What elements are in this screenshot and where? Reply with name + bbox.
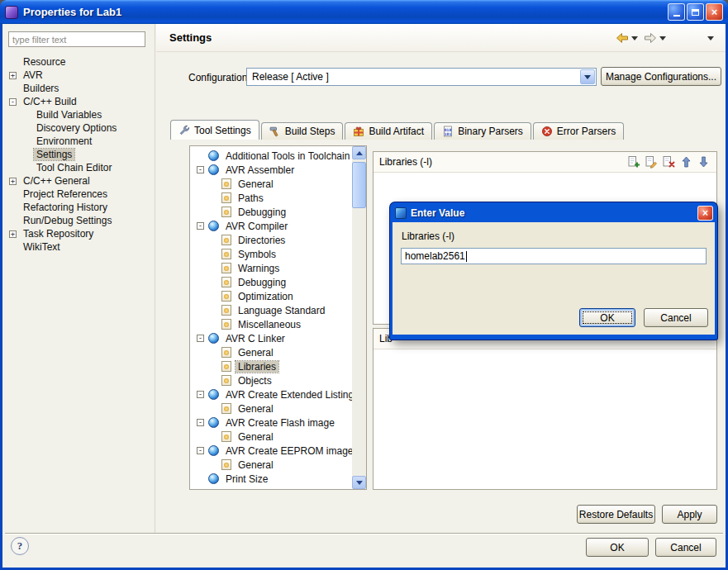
minimize-button[interactable]	[668, 3, 685, 21]
move-down-icon[interactable]	[696, 155, 711, 169]
settings-tabs: Tool SettingsBuild StepsBuild Artifact01…	[170, 120, 626, 140]
nav-item-wikitext[interactable]: WikiText	[6, 240, 155, 254]
scrollbar-thumb[interactable]	[352, 162, 366, 208]
tab-binary-parsers[interactable]: 010101Binary Parsers	[434, 122, 531, 140]
nav-item-c-c-build[interactable]: -C/C++ Build	[6, 95, 155, 108]
scrollbar[interactable]	[352, 146, 366, 489]
tool-item-additional-tools-in-toolchain[interactable]: Additional Tools in Toolchain	[193, 149, 352, 163]
settings-page-icon	[221, 319, 231, 330]
settings-page-icon	[221, 192, 231, 203]
dialog-ok-button[interactable]: OK	[579, 308, 635, 327]
tool-item-avr-create-eeprom-image[interactable]: -AVR Create EEPROM image	[193, 444, 352, 458]
scroll-up-icon[interactable]	[352, 146, 366, 159]
chevron-down-icon[interactable]	[580, 69, 595, 84]
tab-build-artifact[interactable]: Build Artifact	[345, 122, 432, 140]
dialog-titlebar[interactable]: Enter Value ×	[393, 202, 715, 222]
tool-item-paths[interactable]: Paths	[193, 191, 352, 205]
libraries-toolbar	[626, 155, 711, 169]
delete-icon[interactable]	[661, 155, 676, 169]
tree-item-label: General	[236, 347, 276, 359]
tree-item-label: General	[236, 431, 276, 443]
tool-item-debugging[interactable]: Debugging	[193, 275, 352, 289]
tree-expander-icon[interactable]: -	[197, 222, 204, 230]
nav-item-refactoring-history[interactable]: Refactoring History	[6, 201, 155, 214]
nav-item-tool-chain-editor[interactable]: Tool Chain Editor	[6, 161, 155, 174]
tree-item-label: AVR Compiler	[223, 221, 290, 232]
tree-expander-icon[interactable]: +	[9, 178, 17, 185]
filter-input[interactable]	[8, 31, 145, 47]
tab-tool-settings[interactable]: Tool Settings	[170, 120, 259, 140]
svg-text:101: 101	[445, 132, 452, 136]
add-icon[interactable]	[626, 155, 641, 169]
value-input[interactable]: homelab2561	[401, 248, 707, 264]
tree-expander-icon[interactable]: -	[197, 391, 204, 398]
nav-item-run-debug-settings[interactable]: Run/Debug Settings	[6, 214, 155, 227]
tree-expander-icon[interactable]: -	[197, 419, 204, 426]
view-menu-icon[interactable]	[707, 36, 714, 40]
properties-nav-panel: Resource+AVRBuilders-C/C++ BuildBuild Va…	[2, 24, 155, 533]
wrench-icon	[178, 125, 190, 136]
configuration-select[interactable]: Release [ Active ]	[246, 68, 597, 86]
settings-page-icon	[221, 207, 231, 217]
nav-item-builders[interactable]: Builders	[6, 82, 155, 95]
close-button[interactable]: ×	[706, 3, 723, 21]
apply-button[interactable]: Apply	[662, 505, 717, 524]
tool-item-warnings[interactable]: Warnings	[193, 261, 352, 275]
dialog-cancel-button[interactable]: Cancel	[644, 308, 708, 327]
text-caret	[466, 251, 467, 262]
nav-item-build-variables[interactable]: Build Variables	[6, 108, 155, 121]
tool-item-miscellaneous[interactable]: Miscellaneous	[193, 317, 352, 331]
tool-item-general[interactable]: General	[193, 345, 352, 359]
tool-item-avr-create-extended-listing[interactable]: -AVR Create Extended Listing	[193, 387, 352, 401]
tree-expander-icon[interactable]: -	[197, 166, 204, 173]
back-icon[interactable]	[615, 31, 638, 45]
nav-item-discovery-options[interactable]: Discovery Options	[6, 121, 155, 135]
nav-item-project-references[interactable]: Project References	[6, 188, 155, 201]
tree-expander-icon[interactable]: +	[9, 230, 17, 238]
window-titlebar[interactable]: Properties for Lab1 ×	[0, 0, 728, 24]
toolchain-icon	[208, 221, 219, 231]
tool-item-print-size[interactable]: Print Size	[193, 472, 352, 486]
tool-item-avr-compiler[interactable]: -AVR Compiler	[193, 219, 352, 233]
cancel-button[interactable]: Cancel	[655, 538, 716, 557]
restore-defaults-button[interactable]: Restore Defaults	[577, 505, 655, 524]
tool-item-libraries[interactable]: Libraries	[193, 359, 352, 373]
move-up-icon[interactable]	[678, 155, 693, 169]
nav-item-settings[interactable]: Settings	[6, 148, 155, 161]
tool-item-avr-c-linker[interactable]: -AVR C Linker	[193, 331, 352, 345]
settings-page-icon	[221, 403, 231, 414]
tool-item-optimization[interactable]: Optimization	[193, 289, 352, 303]
tool-item-debugging[interactable]: Debugging	[193, 205, 352, 219]
edit-icon[interactable]	[644, 155, 659, 169]
tree-expander-icon[interactable]: +	[9, 72, 17, 79]
nav-item-avr[interactable]: +AVR	[6, 69, 155, 82]
tree-expander-icon[interactable]: -	[9, 98, 17, 106]
tab-error-parsers[interactable]: Error Parsers	[533, 122, 624, 140]
tool-item-avr-create-flash-image[interactable]: -AVR Create Flash image	[193, 416, 352, 430]
tab-label: Error Parsers	[557, 126, 616, 137]
tool-item-symbols[interactable]: Symbols	[193, 247, 352, 261]
nav-item-environment[interactable]: Environment	[6, 135, 155, 148]
tab-build-steps[interactable]: Build Steps	[261, 122, 344, 140]
dialog-close-button[interactable]: ×	[697, 206, 713, 221]
scroll-down-icon[interactable]	[352, 476, 366, 489]
tool-item-directories[interactable]: Directories	[193, 233, 352, 247]
tool-item-objects[interactable]: Objects	[193, 373, 352, 387]
tool-item-general[interactable]: General	[193, 401, 352, 416]
toolchain-icon	[208, 445, 219, 456]
nav-item-c-c-general[interactable]: +C/C++ General	[6, 174, 155, 188]
maximize-button[interactable]	[687, 3, 704, 21]
nav-item-task-repository[interactable]: +Task Repository	[6, 227, 155, 240]
tool-item-language-standard[interactable]: Language Standard	[193, 303, 352, 317]
help-button[interactable]: ?	[11, 537, 29, 555]
manage-configurations-button[interactable]: Manage Configurations...	[601, 67, 721, 86]
tool-item-avr-assembler[interactable]: -AVR Assembler	[193, 163, 352, 177]
tree-expander-icon[interactable]: -	[197, 335, 204, 342]
forward-icon[interactable]	[643, 31, 666, 45]
tool-item-general[interactable]: General	[193, 430, 352, 444]
tool-item-general[interactable]: General	[193, 458, 352, 472]
tree-expander-icon[interactable]: -	[197, 447, 204, 454]
nav-item-resource[interactable]: Resource	[6, 55, 155, 69]
tool-item-general[interactable]: General	[193, 177, 352, 191]
ok-button[interactable]: OK	[586, 538, 649, 557]
